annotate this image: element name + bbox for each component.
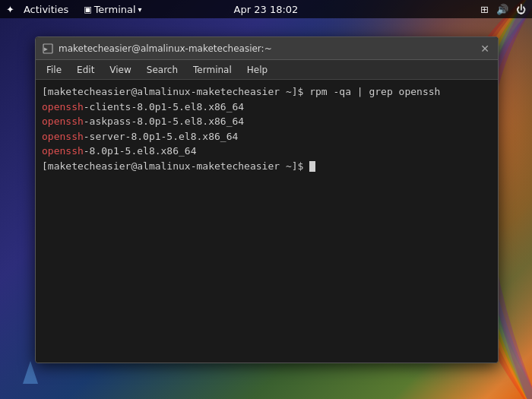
activities-icon: ✦	[6, 4, 14, 15]
topbar-right: ⊞ 🔊 ⏻	[480, 4, 526, 15]
term-prompt-1: [maketecheasier@almalinux-maketecheasier…	[42, 86, 309, 97]
title-bar-left: ▶ maketecheasier@almalinux-maketecheasie…	[42, 43, 272, 55]
terminal-window-title: maketecheasier@almalinux-maketecheasier:…	[59, 43, 272, 54]
taskbar-terminal[interactable]: ▣ Terminal ▾	[84, 4, 141, 15]
menu-view[interactable]: View	[103, 63, 137, 77]
term-rest-4: -server-8.0p1-5.el8.x86_64	[84, 131, 239, 142]
menu-bar: File Edit View Search Terminal Help	[36, 60, 498, 80]
term-rest-3: -askpass-8.0p1-5.el8.x86_64	[84, 116, 244, 127]
svg-text:▶: ▶	[44, 46, 48, 52]
term-red-5: openssh	[42, 145, 84, 157]
terminal-line-6: [maketecheasier@almalinux-maketecheasier…	[42, 159, 492, 174]
topbar-datetime: Apr 23 18:02	[234, 4, 299, 15]
term-red-3: openssh	[42, 116, 84, 127]
term-cursor	[309, 161, 315, 172]
terminal-window: ▶ maketecheasier@almalinux-maketecheasie…	[35, 36, 499, 363]
topbar: ✦ Activities ▣ Terminal ▾ Apr 23 18:02 ⊞…	[0, 0, 532, 18]
desktop-decoration	[23, 361, 38, 384]
taskbar-terminal-label: Terminal	[94, 4, 136, 15]
terminal-dropdown-chevron: ▾	[138, 5, 142, 14]
activities-label: Activities	[24, 4, 68, 15]
title-bar: ▶ maketecheasier@almalinux-maketecheasie…	[36, 37, 498, 60]
menu-search[interactable]: Search	[141, 63, 184, 77]
desktop: ✦ Activities ▣ Terminal ▾ Apr 23 18:02 ⊞…	[0, 0, 532, 399]
term-command-1: rpm -qa | grep openssh	[309, 86, 440, 97]
close-button[interactable]: ✕	[478, 42, 492, 55]
terminal-line-5: openssh-8.0p1-5.el8.x86_64	[42, 144, 492, 159]
terminal-content[interactable]: [maketecheasier@almalinux-maketecheasier…	[36, 80, 498, 363]
menu-file[interactable]: File	[40, 63, 68, 77]
power-icon[interactable]: ⏻	[516, 4, 526, 15]
activities-button[interactable]: Activities	[21, 4, 71, 15]
term-rest-2: -clients-8.0p1-5.el8.x86_64	[84, 101, 244, 112]
terminal-window-icon: ▶	[42, 43, 54, 55]
term-rest-5: -8.0p1-5.el8.x86_64	[84, 145, 197, 157]
term-prompt-6: [maketecheasier@almalinux-maketecheasier…	[42, 160, 309, 172]
menu-help[interactable]: Help	[241, 63, 274, 77]
terminal-line-1: [maketecheasier@almalinux-maketecheasier…	[42, 84, 492, 100]
network-icon[interactable]: ⊞	[480, 4, 489, 15]
term-red-4: openssh	[42, 131, 84, 142]
volume-icon[interactable]: 🔊	[496, 4, 508, 15]
terminal-line-2: openssh-clients-8.0p1-5.el8.x86_64	[42, 100, 492, 115]
terminal-line-3: openssh-askpass-8.0p1-5.el8.x86_64	[42, 114, 492, 129]
term-red-2: openssh	[42, 101, 84, 112]
menu-edit[interactable]: Edit	[71, 63, 100, 77]
terminal-line-4: openssh-server-8.0p1-5.el8.x86_64	[42, 129, 492, 144]
topbar-left: ✦ Activities ▣ Terminal ▾	[6, 4, 142, 15]
menu-terminal[interactable]: Terminal	[187, 63, 238, 77]
terminal-taskbar-icon: ▣	[84, 5, 91, 14]
